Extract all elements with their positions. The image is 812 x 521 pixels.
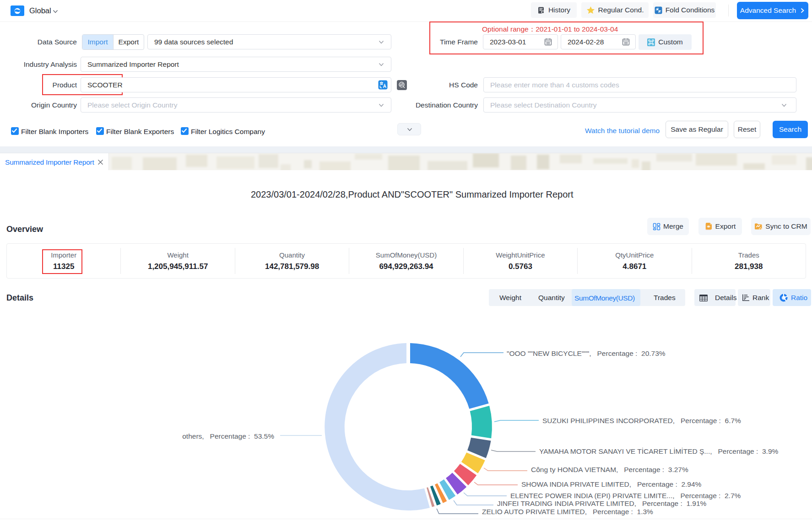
svg-text:ZELIO AUTO PRIVATE LIMITED,: ZELIO AUTO PRIVATE LIMITED, Percentage :… [482,508,653,516]
svg-text:Công ty HONDA VIETNAM, Perce: Công ty HONDA VIETNAM, Percentage : 3.27… [531,466,688,473]
svg-text:JINFEI TRADING INDIA PRIVATE L: JINFEI TRADING INDIA PRIVATE LIMITED, Pe… [497,500,707,507]
svg-text:SHOWA INDIA PRIVATE LIMITED,: SHOWA INDIA PRIVATE LIMITED, Percentage … [521,480,702,488]
svg-text:YAMAHA MOTOR SANAYI VE TİCARET: YAMAHA MOTOR SANAYI VE TİCARET LİMİTED Ş… [539,447,779,455]
svg-text:SUZUKI PHILIPPINES INCORPORATE: SUZUKI PHILIPPINES INCORPORATED, Percent… [542,417,741,424]
svg-text:ELENTEC POWER INDIA (EPI) PRIV: ELENTEC POWER INDIA (EPI) PRIVATE LIMITE… [510,492,741,500]
svg-text:"OOO ""NEW BICYCLE""", Perce: "OOO ""NEW BICYCLE""", Percentage : 20.7… [507,349,666,357]
svg-text:others, Percentage : 53.5%: others, Percentage : 53.5% [182,432,274,440]
